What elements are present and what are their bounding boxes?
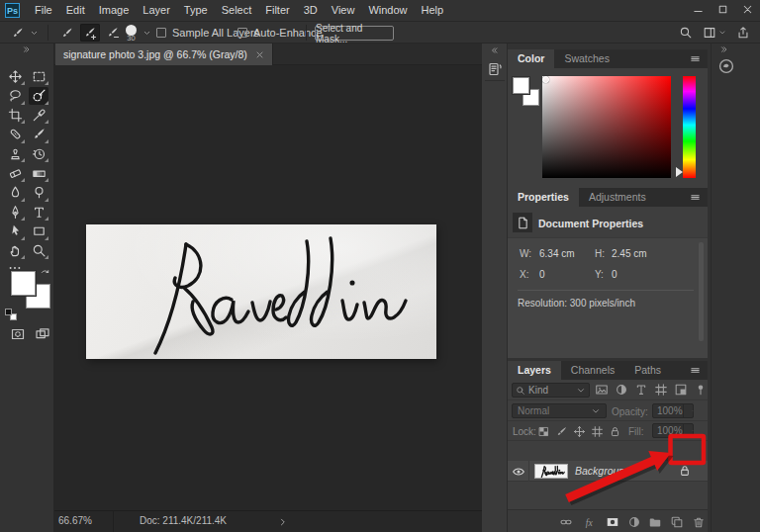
pen-tool[interactable] <box>5 203 25 221</box>
close-window-icon[interactable] <box>741 3 754 16</box>
menu-item-image[interactable]: Image <box>92 0 137 21</box>
scrollbar[interactable] <box>699 242 704 341</box>
lock-move-icon[interactable] <box>573 425 586 438</box>
layer-lock-icon[interactable] <box>678 464 692 478</box>
brush-size-picker[interactable]: 30 <box>126 22 137 44</box>
y-value[interactable]: 0 <box>612 269 618 280</box>
color-picker-cursor[interactable] <box>542 76 549 83</box>
brush-tool[interactable] <box>29 126 48 143</box>
menu-item-window[interactable]: Window <box>361 0 414 21</box>
layer-name[interactable]: Background <box>575 465 630 477</box>
swap-colors-icon[interactable] <box>40 269 50 280</box>
eyedropper-tool[interactable] <box>29 106 48 124</box>
width-value[interactable]: 6.34 cm <box>539 248 575 259</box>
select-and-mask-button[interactable]: Select and Mask... <box>315 26 394 41</box>
rectangle-tool[interactable] <box>29 222 48 240</box>
layers-tab-layers[interactable]: Layers <box>508 361 561 380</box>
close-tab-icon[interactable] <box>255 50 264 59</box>
screen-mode-button[interactable] <box>33 326 52 342</box>
healing-brush-tool[interactable] <box>5 126 25 143</box>
tool-preset-chevron-icon[interactable] <box>30 29 39 38</box>
hue-slider[interactable] <box>683 76 696 178</box>
sample-all-layers-checkbox[interactable] <box>156 28 166 38</box>
color-tab-swatches[interactable]: Swatches <box>554 49 619 68</box>
foreground-color-swatch[interactable] <box>513 77 529 94</box>
status-options-chevron-icon[interactable] <box>278 517 288 527</box>
filter-image-icon[interactable] <box>595 383 609 397</box>
filter-adjustment-icon[interactable] <box>615 383 628 397</box>
search-icon[interactable] <box>679 26 693 40</box>
layers-tab-channels[interactable]: Channels <box>561 361 624 380</box>
canvas-pasteboard[interactable] <box>54 65 482 510</box>
new-selection-button[interactable] <box>57 24 77 42</box>
workspace-chevron-icon[interactable] <box>718 29 726 37</box>
link-icon[interactable] <box>559 515 573 529</box>
height-value[interactable]: 2.45 cm <box>612 248 647 259</box>
document-tab[interactable]: signature photo 3.jpg @ 66.7% (Gray/8) <box>55 44 273 65</box>
menu-item-filter[interactable]: Filter <box>258 0 296 21</box>
auto-enhance-checkbox[interactable] <box>238 28 247 38</box>
filter-frame-icon[interactable] <box>654 383 668 397</box>
folder-icon[interactable] <box>648 515 662 529</box>
fill-field[interactable]: 100% <box>652 423 694 438</box>
mask-icon[interactable] <box>606 515 619 529</box>
menu-item-layer[interactable]: Layer <box>136 0 177 21</box>
creative-cloud-icon[interactable] <box>717 57 735 75</box>
lasso-tool[interactable] <box>5 87 25 105</box>
quick-mask-button[interactable] <box>8 326 28 342</box>
collapsed-panel-button[interactable] <box>485 57 505 81</box>
color-panel-menu-icon[interactable] <box>689 52 702 65</box>
filter-type-icon[interactable] <box>634 383 648 397</box>
dodge-tool[interactable] <box>29 184 48 202</box>
fx-icon[interactable]: fx <box>584 515 598 529</box>
marquee-tool[interactable] <box>29 67 48 85</box>
adjustment-icon[interactable] <box>627 515 641 529</box>
share-icon[interactable] <box>736 26 750 40</box>
history-brush-tool[interactable] <box>29 144 48 162</box>
signature-image[interactable] <box>86 224 436 359</box>
move-tool[interactable] <box>5 67 25 85</box>
properties-tab-properties[interactable]: Properties <box>508 188 579 207</box>
menu-item-type[interactable]: Type <box>177 0 215 21</box>
brush-size-chevron-icon[interactable] <box>142 29 151 38</box>
type-tool[interactable] <box>29 203 48 221</box>
workspace-icon[interactable] <box>703 26 716 40</box>
lock-frame-icon[interactable] <box>591 425 604 438</box>
clone-stamp-tool[interactable] <box>5 144 25 162</box>
subtract-from-selection-button[interactable] <box>103 24 123 42</box>
maximize-window-icon[interactable] <box>716 3 729 16</box>
lock-brush-icon[interactable] <box>555 425 568 438</box>
menu-item-file[interactable]: File <box>28 0 59 21</box>
filter-filter-pin-icon[interactable] <box>694 383 708 397</box>
properties-panel-menu-icon[interactable] <box>689 191 702 204</box>
add-to-selection-button[interactable] <box>80 24 100 42</box>
layers-tab-paths[interactable]: Paths <box>624 361 671 380</box>
color-tab-color[interactable]: Color <box>508 49 554 68</box>
properties-tab-adjustments[interactable]: Adjustments <box>579 188 656 207</box>
layers-panel-menu-icon[interactable] <box>689 364 702 377</box>
new-layer-icon[interactable] <box>670 515 684 529</box>
menu-item-select[interactable]: Select <box>215 0 259 21</box>
quick-select-tool[interactable] <box>29 87 48 105</box>
menu-item-help[interactable]: Help <box>415 0 451 21</box>
menu-item-3d[interactable]: 3D <box>297 0 325 21</box>
background-layer-row[interactable]: Background <box>508 461 708 482</box>
toolbar-collapse-icon[interactable] <box>20 45 34 53</box>
zoom-tool[interactable] <box>29 241 48 259</box>
tool-preset-button[interactable] <box>8 24 28 42</box>
path-select-tool[interactable] <box>5 222 25 240</box>
default-colors-icon[interactable] <box>5 309 17 320</box>
opacity-field[interactable]: 100% <box>652 403 694 418</box>
layer-filter-kind-dropdown[interactable]: Kind <box>512 383 590 398</box>
x-value[interactable]: 0 <box>539 269 545 280</box>
blur-tool[interactable] <box>5 184 25 202</box>
collapse-panels-icon[interactable] <box>718 45 730 53</box>
expand-panels-icon[interactable] <box>489 46 500 54</box>
foreground-color-swatch[interactable] <box>11 271 36 296</box>
menu-item-edit[interactable]: Edit <box>59 0 92 21</box>
gradient-tool[interactable] <box>29 164 48 182</box>
layer-thumbnail[interactable] <box>534 464 568 479</box>
lock-checkerboard-icon[interactable] <box>537 425 550 438</box>
saturation-brightness-field[interactable] <box>542 76 671 178</box>
menu-item-view[interactable]: View <box>325 0 362 21</box>
